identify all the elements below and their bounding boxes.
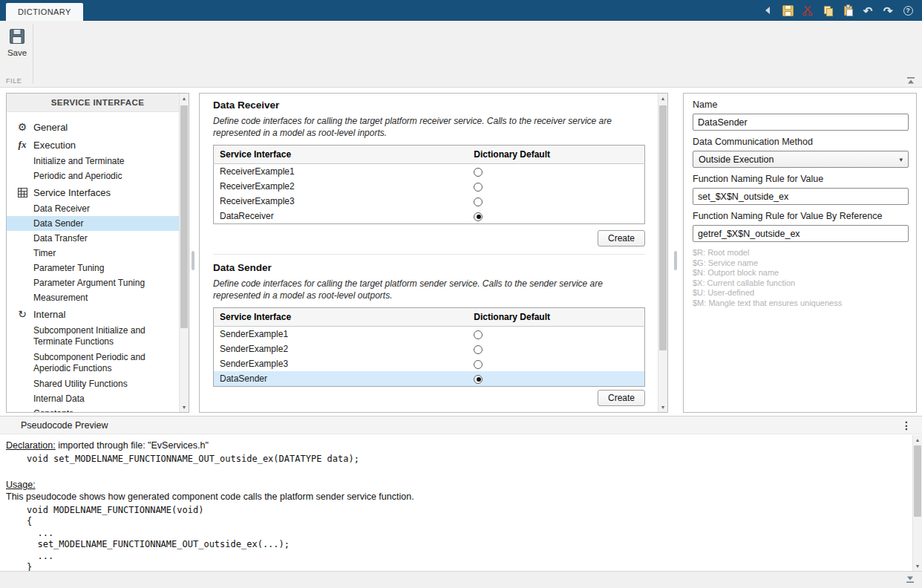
redo-icon[interactable]: ↷ bbox=[881, 4, 895, 17]
declaration-text: imported through file: "EvServices.h" bbox=[56, 440, 209, 451]
create-sender-button[interactable]: Create bbox=[598, 390, 645, 406]
sidebar-item-parameter-argument-tuning[interactable]: Parameter Argument Tuning bbox=[7, 275, 179, 290]
tree-scrollbar[interactable]: ▲ ▼ bbox=[179, 94, 189, 412]
scroll-down-icon[interactable]: ▼ bbox=[658, 402, 667, 412]
save-button-label: Save bbox=[3, 48, 31, 57]
sidebar-item-periodic-and-aperiodic[interactable]: Periodic and Aperiodic bbox=[7, 169, 179, 183]
sidebar-item-data-transfer[interactable]: Data Transfer bbox=[7, 231, 179, 246]
panel-resize-grip[interactable] bbox=[192, 251, 194, 270]
save-button[interactable]: Save bbox=[3, 27, 31, 57]
dictionary-default-radio[interactable] bbox=[474, 197, 483, 206]
sidebar-item-shared-utility-functions[interactable]: Shared Utility Functions bbox=[7, 376, 179, 391]
undo-arrow-icon: ↶ bbox=[863, 5, 873, 16]
help-icon[interactable]: ? bbox=[901, 4, 915, 17]
dictionary-default-radio[interactable] bbox=[474, 330, 483, 339]
sidebar-item-label: Internal Data bbox=[33, 393, 85, 404]
scroll-up-icon[interactable]: ▲ bbox=[913, 435, 922, 445]
usage-text: This pseudocode shows how generated comp… bbox=[6, 491, 912, 503]
kebab-menu-icon[interactable]: ⋮ bbox=[901, 416, 912, 434]
undo-icon[interactable]: ↶ bbox=[861, 4, 874, 17]
cut-icon[interactable] bbox=[801, 4, 814, 17]
table-row-selected[interactable]: DataSender bbox=[214, 371, 645, 387]
sidebar-item-label: Internal bbox=[33, 309, 65, 320]
main-panel-scrollbar[interactable]: ▲ ▼ bbox=[658, 94, 667, 412]
sidebar-item-initialize-and-terminate[interactable]: Initialize and Terminate bbox=[7, 154, 179, 169]
quick-access-toolbar: ↶ ↷ ? bbox=[761, 0, 915, 21]
service-interface-name[interactable]: DataReceiver bbox=[214, 209, 468, 224]
sidebar-item-data-sender[interactable]: Data Sender bbox=[7, 216, 179, 231]
table-row[interactable]: DataReceiver bbox=[214, 209, 645, 224]
question-mark-icon: ? bbox=[903, 6, 913, 16]
table-row[interactable]: ReceiverExample2 bbox=[214, 179, 645, 194]
clipboard-icon bbox=[842, 4, 854, 17]
dictionary-default-radio[interactable] bbox=[474, 212, 483, 221]
table-row[interactable]: SenderExample3 bbox=[214, 356, 645, 371]
table-row[interactable]: SenderExample2 bbox=[214, 342, 645, 356]
copy-pages-icon bbox=[822, 4, 834, 17]
sidebar-item-general[interactable]: ⚙ General bbox=[7, 118, 179, 136]
value-rule-input[interactable] bbox=[693, 188, 909, 205]
data-receiver-section: Data Receiver Define code interfaces for… bbox=[213, 99, 645, 246]
dictionary-default-radio[interactable] bbox=[474, 375, 483, 384]
save-icon[interactable] bbox=[781, 4, 794, 17]
scrollbar-thumb[interactable] bbox=[914, 445, 921, 517]
table-row[interactable]: ReceiverExample3 bbox=[214, 194, 645, 209]
sidebar-item-label: Constants bbox=[33, 408, 73, 412]
scrollbar-thumb[interactable] bbox=[659, 105, 667, 350]
service-interface-name[interactable]: DataSender bbox=[214, 371, 468, 387]
dictionary-default-radio[interactable] bbox=[474, 345, 483, 354]
sidebar-item-constants[interactable]: Constants bbox=[7, 406, 179, 412]
table-row[interactable]: ReceiverExample1 bbox=[214, 164, 645, 180]
service-interface-name[interactable]: ReceiverExample2 bbox=[214, 179, 468, 194]
sidebar-item-execution[interactable]: fx Execution bbox=[7, 136, 179, 154]
paste-icon[interactable] bbox=[841, 4, 854, 17]
scrollbar-thumb[interactable] bbox=[180, 105, 188, 328]
sidebar-item-subcomponent-periodic-aperiodic[interactable]: Subcomponent Periodic and Aperiodic Func… bbox=[7, 350, 179, 376]
ref-rule-label: Function Naming Rule for Value By Refere… bbox=[693, 211, 909, 221]
sidebar-item-internal[interactable]: ↻ Internal bbox=[7, 305, 179, 323]
sidebar-item-label: Measurement bbox=[33, 293, 88, 303]
floppy-disk-icon bbox=[782, 4, 794, 17]
table-row[interactable]: SenderExample1 bbox=[214, 327, 645, 342]
ref-rule-input[interactable] bbox=[693, 225, 909, 242]
toolbar-overflow-left-icon[interactable] bbox=[761, 4, 774, 17]
scroll-down-icon[interactable]: ▼ bbox=[913, 561, 922, 571]
create-receiver-button[interactable]: Create bbox=[598, 230, 645, 246]
selected-option: Outside Execution bbox=[699, 154, 774, 165]
hint-line: $G: Service name bbox=[693, 258, 909, 269]
sidebar-item-measurement[interactable]: Measurement bbox=[7, 290, 179, 305]
grid-icon bbox=[16, 188, 28, 197]
dictionary-default-radio[interactable] bbox=[474, 183, 483, 192]
sidebar-item-service-interfaces[interactable]: Service Interfaces bbox=[7, 183, 179, 201]
hint-line: $N: Outport block name bbox=[693, 268, 909, 278]
sidebar-item-internal-data[interactable]: Internal Data bbox=[7, 391, 179, 406]
sidebar-item-timer[interactable]: Timer bbox=[7, 246, 179, 261]
sidebar-item-label: Subcomponent Periodic and Aperiodic Func… bbox=[33, 352, 171, 374]
pseudocode-scrollbar[interactable]: ▲ ▼ bbox=[912, 435, 922, 571]
copy-icon[interactable] bbox=[821, 4, 834, 17]
sidebar-item-subcomponent-initialize-terminate[interactable]: Subcomponent Initialize and Terminate Fu… bbox=[7, 323, 179, 350]
scroll-down-icon[interactable]: ▼ bbox=[180, 402, 189, 412]
pseudocode-preview-body: Declaration: imported through file: "EvS… bbox=[0, 435, 912, 571]
service-interface-name[interactable]: SenderExample3 bbox=[214, 356, 468, 371]
name-input[interactable] bbox=[693, 114, 909, 131]
table-header-row: Service Interface Dictionary Default bbox=[214, 308, 645, 327]
sidebar-item-data-receiver[interactable]: Data Receiver bbox=[7, 201, 179, 216]
dictionary-default-radio[interactable] bbox=[474, 168, 483, 177]
tab-dictionary[interactable]: DICTIONARY bbox=[6, 3, 83, 21]
collapse-toolstrip-icon[interactable] bbox=[906, 76, 916, 85]
service-interface-name[interactable]: SenderExample2 bbox=[214, 342, 468, 356]
sidebar-item-parameter-tuning[interactable]: Parameter Tuning bbox=[7, 261, 179, 275]
service-interface-name[interactable]: ReceiverExample3 bbox=[214, 194, 468, 209]
service-interface-name[interactable]: SenderExample1 bbox=[214, 327, 468, 342]
value-rule-label: Function Naming Rule for Value bbox=[693, 174, 909, 184]
dictionary-default-radio[interactable] bbox=[474, 360, 483, 369]
scroll-up-icon[interactable]: ▲ bbox=[658, 94, 667, 103]
scroll-up-icon[interactable]: ▲ bbox=[180, 94, 189, 103]
collapse-panel-icon[interactable] bbox=[905, 575, 915, 584]
ribbon-divider bbox=[33, 24, 33, 84]
panel-resize-grip[interactable] bbox=[674, 251, 677, 270]
section-description: Define code interfaces for calling the t… bbox=[213, 115, 645, 139]
service-interface-name[interactable]: ReceiverExample1 bbox=[214, 164, 468, 180]
data-communication-method-select[interactable]: Outside Execution ▾ bbox=[693, 151, 909, 168]
